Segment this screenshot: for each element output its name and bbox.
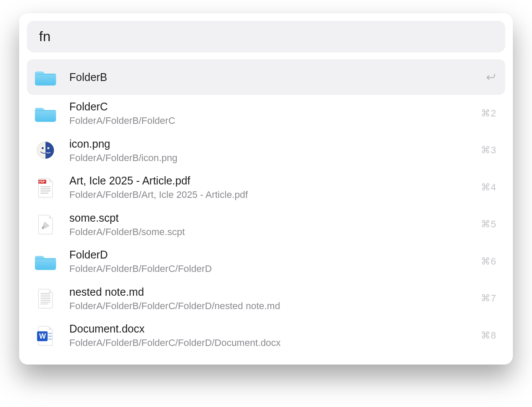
search-input[interactable] [27, 21, 505, 52]
result-text: nested note.mdFolderA/FolderB/FolderC/Fo… [69, 285, 472, 312]
word-doc-icon: W [34, 324, 57, 347]
result-icon: PDF [33, 175, 58, 200]
result-icon: W [33, 323, 58, 348]
result-item[interactable]: FolderB [27, 59, 505, 95]
launcher-window: FolderB FolderCFolderA/FolderB/FolderC⌘2… [19, 13, 513, 365]
result-icon [33, 212, 58, 237]
pdf-icon: PDF [34, 176, 57, 199]
result-title: Document.docx [69, 322, 472, 335]
result-subtitle: FolderA/FolderB/icon.png [69, 152, 472, 164]
result-subtitle: FolderA/FolderB/FolderC/FolderD/nested n… [69, 300, 472, 312]
result-title: FolderB [69, 71, 477, 84]
result-item[interactable]: nested note.mdFolderA/FolderB/FolderC/Fo… [27, 280, 505, 317]
result-icon [33, 101, 58, 126]
text-file-icon [34, 287, 57, 310]
svg-text:PDF: PDF [39, 180, 45, 183]
result-item[interactable]: PDF Art, Icle 2025 - Article.pdfFolderA/… [27, 169, 505, 206]
result-icon [33, 138, 58, 163]
result-subtitle: FolderA/FolderB/Art, Icle 2025 - Article… [69, 189, 472, 201]
result-shortcut: ⌘6 [481, 256, 496, 267]
result-shortcut: ⌘5 [481, 219, 496, 230]
folder-icon [34, 250, 57, 273]
result-icon [33, 249, 58, 274]
results-list: FolderB FolderCFolderA/FolderB/FolderC⌘2… [27, 59, 505, 354]
svg-text:W: W [39, 332, 46, 340]
result-icon [33, 286, 58, 311]
folder-icon [34, 102, 57, 125]
result-item[interactable]: FolderDFolderA/FolderB/FolderC/FolderD⌘6 [27, 243, 505, 280]
result-shortcut: ⌘4 [481, 182, 496, 193]
result-title: icon.png [69, 137, 472, 150]
result-subtitle: FolderA/FolderB/FolderC [69, 115, 472, 127]
enter-icon [485, 71, 496, 83]
result-item[interactable]: some.scptFolderA/FolderB/some.scpt⌘5 [27, 206, 505, 243]
png-icon [34, 139, 57, 162]
result-item[interactable]: W Document.docxFolderA/FolderB/FolderC/F… [27, 317, 505, 354]
svg-point-2 [47, 147, 49, 149]
result-shortcut: ⌘3 [481, 145, 496, 156]
result-subtitle: FolderA/FolderB/FolderC/FolderD/Document… [69, 337, 472, 349]
result-title: some.scpt [69, 211, 472, 224]
result-subtitle: FolderA/FolderB/some.scpt [69, 226, 472, 238]
result-item[interactable]: FolderCFolderA/FolderB/FolderC⌘2 [27, 95, 505, 132]
svg-point-1 [42, 147, 44, 149]
result-shortcut: ⌘8 [481, 330, 496, 341]
result-title: FolderC [69, 100, 472, 113]
result-shortcut [485, 71, 496, 83]
result-item[interactable]: icon.pngFolderA/FolderB/icon.png⌘3 [27, 132, 505, 169]
result-shortcut: ⌘2 [481, 108, 496, 119]
result-text: icon.pngFolderA/FolderB/icon.png [69, 137, 472, 164]
result-subtitle: FolderA/FolderB/FolderC/FolderD [69, 263, 472, 275]
result-text: Art, Icle 2025 - Article.pdfFolderA/Fold… [69, 174, 472, 201]
result-text: some.scptFolderA/FolderB/some.scpt [69, 211, 472, 238]
result-text: FolderCFolderA/FolderB/FolderC [69, 100, 472, 127]
result-title: FolderD [69, 248, 472, 261]
result-shortcut: ⌘7 [481, 293, 496, 304]
result-text: Document.docxFolderA/FolderB/FolderC/Fol… [69, 322, 472, 349]
result-icon [33, 65, 58, 90]
result-text: FolderDFolderA/FolderB/FolderC/FolderD [69, 248, 472, 275]
folder-icon [34, 66, 57, 88]
result-title: Art, Icle 2025 - Article.pdf [69, 174, 472, 187]
result-title: nested note.md [69, 285, 472, 298]
result-text: FolderB [69, 71, 477, 84]
script-icon [34, 213, 57, 236]
